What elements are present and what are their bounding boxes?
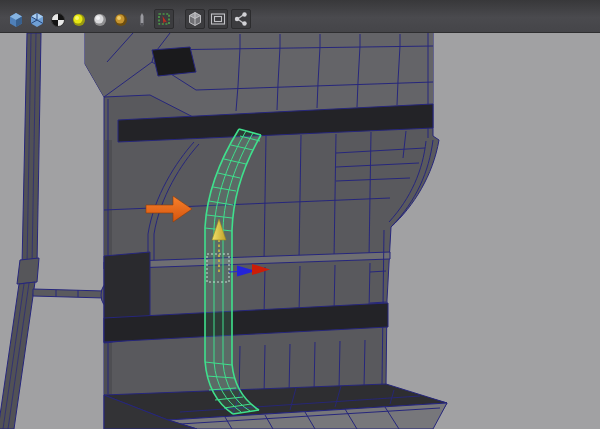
share-nodes-icon[interactable] — [231, 9, 251, 29]
gray-cube-icon[interactable] — [185, 9, 205, 29]
paint-tool-icon[interactable] — [133, 11, 151, 29]
yellow-light-icon[interactable] — [70, 11, 88, 29]
checker-sphere-icon[interactable] — [49, 11, 67, 29]
gold-light-icon[interactable] — [112, 11, 130, 29]
frame-box-icon[interactable] — [208, 9, 228, 29]
divider — [177, 13, 182, 29]
shaded-cube-icon[interactable] — [7, 11, 25, 29]
wireframe-cube-icon[interactable] — [28, 11, 46, 29]
viewport-3d[interactable] — [0, 33, 600, 429]
panel-toolbar — [0, 0, 600, 33]
z-axis-handle[interactable] — [229, 272, 238, 273]
isolate-select-icon[interactable] — [154, 9, 174, 29]
white-light-icon[interactable] — [91, 11, 109, 29]
roof-notch — [152, 47, 196, 76]
viewport-canvas[interactable] — [0, 33, 600, 429]
antenna-rod[interactable] — [33, 289, 104, 298]
maya-viewport-panel — [0, 0, 600, 429]
